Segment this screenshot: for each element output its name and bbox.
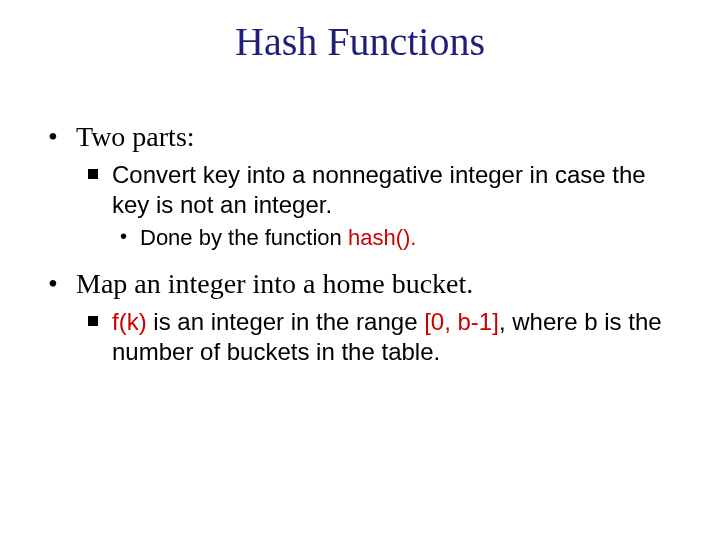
slide: Hash Functions Two parts: Convert key in…	[0, 0, 720, 540]
text-fk: f(k)	[112, 308, 147, 335]
bullet-two-parts: Two parts:	[48, 119, 672, 154]
text-range-mid: is an integer in the range	[147, 308, 425, 335]
text-range: [0, b-1]	[424, 308, 499, 335]
bullet-convert-key: Convert key into a nonnegative integer i…	[84, 160, 672, 220]
slide-title: Hash Functions	[0, 0, 720, 65]
slide-body: Two parts: Convert key into a nonnegativ…	[0, 65, 720, 367]
bullet-done-by-hash: Done by the function hash().	[120, 224, 672, 252]
text-hash-fn: hash().	[348, 225, 416, 250]
bullet-fk-range: f(k) is an integer in the range [0, b-1]…	[84, 307, 672, 367]
text-done-by: Done by the function	[140, 225, 348, 250]
bullet-map-integer: Map an integer into a home bucket.	[48, 266, 672, 301]
